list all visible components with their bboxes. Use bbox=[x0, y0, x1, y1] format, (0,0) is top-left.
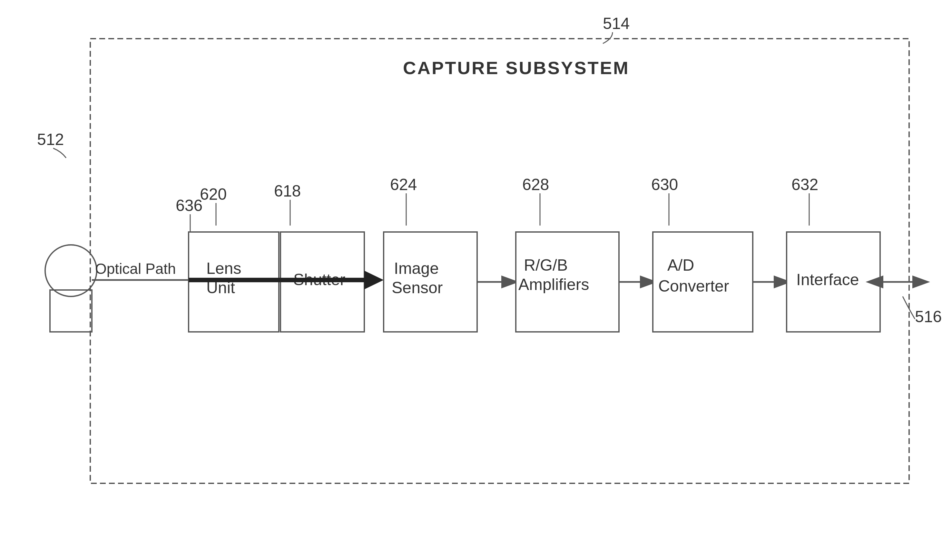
ref-514-label: 514 bbox=[603, 14, 630, 32]
capture-subsystem-label: CAPTURE SUBSYSTEM bbox=[403, 58, 630, 78]
ref-618-label: 618 bbox=[274, 182, 301, 200]
ad-converter-label1: A/D bbox=[668, 256, 694, 274]
ref-624-label: 624 bbox=[390, 175, 417, 194]
ref-516-label: 516 bbox=[915, 308, 942, 326]
rgb-amp-label2: Amplifiers bbox=[518, 275, 589, 294]
optical-path-label: Optical Path bbox=[95, 260, 176, 277]
ref-632-label: 632 bbox=[791, 175, 818, 194]
lens-unit-label1: Lens bbox=[206, 259, 241, 277]
diagram-container: CAPTURE SUBSYSTEM 514 512 Optical Path 6… bbox=[0, 0, 942, 560]
ref-636-label: 636 bbox=[176, 197, 202, 215]
rgb-amp-label1: R/G/B bbox=[524, 256, 568, 274]
ref-630-label: 630 bbox=[651, 175, 678, 194]
image-sensor-label2: Sensor bbox=[392, 279, 442, 297]
ref-620-label: 620 bbox=[200, 185, 227, 203]
ref-512-label: 512 bbox=[37, 131, 64, 149]
ad-converter-label2: Converter bbox=[658, 277, 729, 295]
ref-628-label: 628 bbox=[522, 175, 549, 194]
interface-label: Interface bbox=[796, 271, 859, 289]
image-sensor-label1: Image bbox=[394, 259, 439, 277]
